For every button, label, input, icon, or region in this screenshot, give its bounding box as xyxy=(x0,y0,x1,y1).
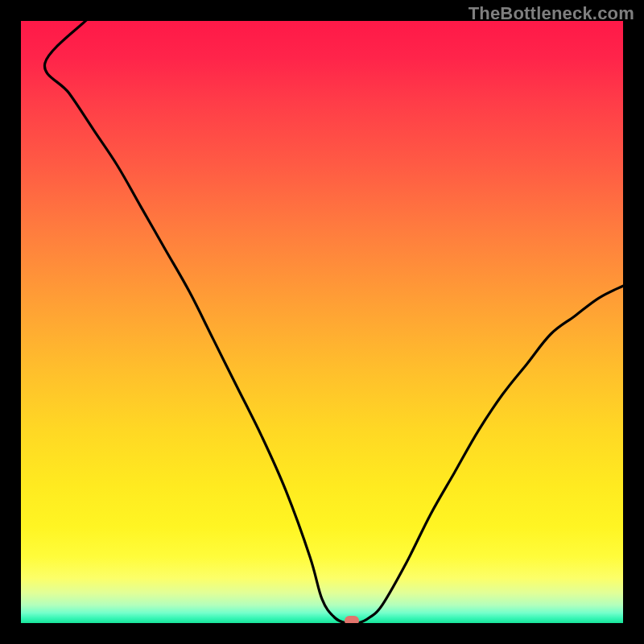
optimal-marker xyxy=(345,616,359,623)
curve-path xyxy=(44,21,623,623)
plot-area xyxy=(21,21,623,623)
watermark-text: TheBottleneck.com xyxy=(469,3,634,24)
chart-frame: TheBottleneck.com xyxy=(0,0,644,644)
bottleneck-curve xyxy=(21,21,623,623)
